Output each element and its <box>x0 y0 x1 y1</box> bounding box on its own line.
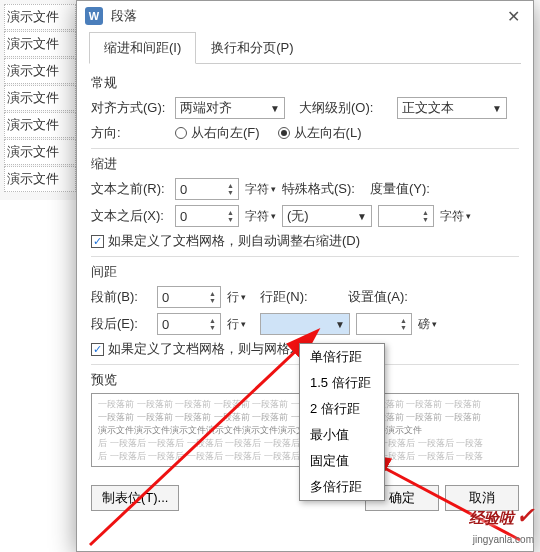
space-before-label: 段前(B): <box>91 288 151 306</box>
option-1-5[interactable]: 1.5 倍行距 <box>300 370 384 396</box>
special-label: 特殊格式(S): <box>282 180 364 198</box>
chevron-down-icon: ▼ <box>335 319 345 330</box>
measure-label: 度量值(Y): <box>370 180 444 198</box>
unit-chars[interactable]: 字符▾ <box>245 181 276 198</box>
tab-strip: 缩进和间距(I) 换行和分页(P) <box>89 31 521 64</box>
spacing-grid-label: 如果定义了文档网格，则与网格对 <box>108 340 303 358</box>
indent-after-input[interactable]: 0 ▲▼ <box>175 205 239 227</box>
indent-before-input[interactable]: 0 ▲▼ <box>175 178 239 200</box>
list-item: 演示文件 <box>4 58 76 84</box>
option-min[interactable]: 最小值 <box>300 422 384 448</box>
list-item: 演示文件 <box>4 4 76 30</box>
chevron-down-icon: ▼ <box>492 103 502 114</box>
setvalue-input[interactable]: ▲▼ <box>356 313 412 335</box>
radio-ltr-label: 从左向右(L) <box>294 124 362 142</box>
watermark-brand: 经验啦 <box>469 509 514 526</box>
dialog-title: 段落 <box>111 7 501 25</box>
radio-icon-checked <box>278 127 290 139</box>
app-icon: W <box>85 7 103 25</box>
spacing-grid-checkbox[interactable]: ✓ 如果定义了文档网格，则与网格对 <box>91 340 303 358</box>
linespacing-combo[interactable]: ▼ <box>260 313 350 335</box>
watermark: 经验啦✓ jingyanla.com <box>469 503 534 546</box>
option-fixed[interactable]: 固定值 <box>300 448 384 474</box>
list-item: 演示文件 <box>4 139 76 165</box>
outline-combo[interactable]: 正文文本 ▼ <box>397 97 507 119</box>
indent-grid-checkbox[interactable]: ✓ 如果定义了文档网格，则自动调整右缩进(D) <box>91 232 360 250</box>
tabstop-button[interactable]: 制表位(T)... <box>91 485 179 511</box>
linespacing-label: 行距(N): <box>260 288 322 306</box>
spinner-icon: ▲▼ <box>227 209 234 223</box>
spinner-icon: ▲▼ <box>227 182 234 196</box>
setvalue-label: 设置值(A): <box>348 288 422 306</box>
special-value: (无) <box>287 207 309 225</box>
indent-grid-label: 如果定义了文档网格，则自动调整右缩进(D) <box>108 232 360 250</box>
align-value: 两端对齐 <box>180 99 232 117</box>
unit-lines[interactable]: 行▾ <box>227 316 246 333</box>
spinner-icon: ▲▼ <box>209 290 216 304</box>
chevron-down-icon: ▼ <box>357 211 367 222</box>
space-after-input[interactable]: 0 ▲▼ <box>157 313 221 335</box>
chevron-down-icon: ▼ <box>270 103 280 114</box>
align-combo[interactable]: 两端对齐 ▼ <box>175 97 285 119</box>
titlebar: W 段落 ✕ <box>77 1 533 31</box>
space-after-label: 段后(E): <box>91 315 151 333</box>
section-spacing-header: 间距 <box>91 263 519 281</box>
indent-after-label: 文本之后(X): <box>91 207 169 225</box>
option-single[interactable]: 单倍行距 <box>300 344 384 370</box>
radio-rtl-label: 从右向左(F) <box>191 124 260 142</box>
section-general-header: 常规 <box>91 74 519 92</box>
radio-rtl[interactable]: 从右向左(F) <box>175 124 260 142</box>
spinner-icon: ▲▼ <box>422 209 429 223</box>
tab-line-page-break[interactable]: 换行和分页(P) <box>196 32 308 64</box>
align-label: 对齐方式(G): <box>91 99 169 117</box>
list-item: 演示文件 <box>4 31 76 57</box>
unit-chars[interactable]: 字符▾ <box>440 208 471 225</box>
outline-label: 大纲级别(O): <box>299 99 391 117</box>
radio-ltr[interactable]: 从左向右(L) <box>278 124 362 142</box>
checkbox-icon-checked: ✓ <box>91 343 104 356</box>
close-button[interactable]: ✕ <box>501 4 525 28</box>
unit-lines[interactable]: 行▾ <box>227 289 246 306</box>
option-multi[interactable]: 多倍行距 <box>300 474 384 500</box>
list-item: 演示文件 <box>4 85 76 111</box>
section-indent-header: 缩进 <box>91 155 519 173</box>
option-double[interactable]: 2 倍行距 <box>300 396 384 422</box>
list-item: 演示文件 <box>4 166 76 192</box>
space-before-input[interactable]: 0 ▲▼ <box>157 286 221 308</box>
direction-label: 方向: <box>91 124 169 142</box>
unit-pt[interactable]: 磅▾ <box>418 316 437 333</box>
checkbox-icon-checked: ✓ <box>91 235 104 248</box>
paragraph-dialog: W 段落 ✕ 缩进和间距(I) 换行和分页(P) 常规 对齐方式(G): 两端对… <box>76 0 534 552</box>
special-combo[interactable]: (无) ▼ <box>282 205 372 227</box>
measure-input[interactable]: ▲▼ <box>378 205 434 227</box>
list-item: 演示文件 <box>4 112 76 138</box>
tab-indent-spacing[interactable]: 缩进和间距(I) <box>89 32 196 64</box>
check-icon: ✓ <box>516 503 534 528</box>
outline-value: 正文文本 <box>402 99 454 117</box>
watermark-url: jingyanla.com <box>473 534 534 545</box>
unit-chars[interactable]: 字符▾ <box>245 208 276 225</box>
background-doc-list: 演示文件 演示文件 演示文件 演示文件 演示文件 演示文件 演示文件 <box>0 0 76 200</box>
spinner-icon: ▲▼ <box>400 317 407 331</box>
indent-before-label: 文本之前(R): <box>91 180 169 198</box>
linespacing-dropdown[interactable]: 单倍行距 1.5 倍行距 2 倍行距 最小值 固定值 多倍行距 <box>299 343 385 501</box>
spinner-icon: ▲▼ <box>209 317 216 331</box>
radio-icon <box>175 127 187 139</box>
